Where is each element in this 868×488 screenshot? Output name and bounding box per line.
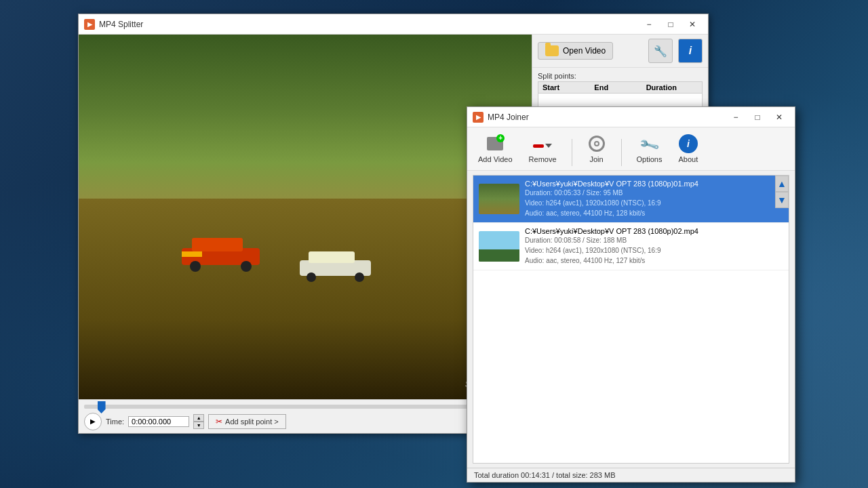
svg-rect-6 <box>309 251 355 263</box>
timeline-track[interactable] <box>84 405 526 409</box>
svg-rect-1 <box>192 238 243 251</box>
file-info-1: C:¥Users¥yuki¥Desktop¥V OPT 283 (1080p)0… <box>525 180 783 218</box>
file-thumbnail-1 <box>479 184 519 214</box>
file-audio-1: Audio: aac, stereo, 44100 Hz, 128 kbit/s <box>525 208 783 218</box>
play-icon: ▶ <box>90 418 96 425</box>
car-red <box>178 231 267 272</box>
file-item-2[interactable]: C:¥Users¥yuki¥Desktop¥V OPT 283 (1080p)0… <box>473 223 789 270</box>
splitter-title: MP4 Splitter <box>99 20 639 29</box>
arrow-down-icon: ▼ <box>777 195 787 205</box>
svg-point-2 <box>190 261 201 272</box>
joiner-window: ▶ MP4 Joiner − □ ✕ + Add Video Remove <box>467 106 795 483</box>
video-player-area: SUNPROS <box>79 35 532 399</box>
thumb-people-2 <box>479 231 519 262</box>
svg-rect-4 <box>182 251 202 257</box>
col-start: Start <box>542 83 594 92</box>
split-points-label: Split points: <box>538 70 703 81</box>
file-path-2: C:¥Users¥yuki¥Desktop¥V OPT 283 (1080p)0… <box>525 227 783 235</box>
plus-badge-icon: + <box>496 134 505 142</box>
file-video-1: Video: h264 (avc1), 1920x1080 (NTSC), 16… <box>525 198 783 208</box>
options-button[interactable]: 🔧 Options <box>633 134 667 166</box>
col-end: End <box>594 83 646 92</box>
add-video-button[interactable]: + Add Video <box>474 131 517 166</box>
join-button[interactable]: Join <box>583 131 610 166</box>
remove-bar <box>533 144 544 148</box>
col-duration: Duration <box>646 83 698 92</box>
wrench-options-icon: 🔧 <box>638 134 661 156</box>
video-road <box>79 199 532 399</box>
joiner-toolbar: + Add Video Remove Join � <box>467 127 795 171</box>
file-info-2: C:¥Users¥yuki¥Desktop¥V OPT 283 (1080p)0… <box>525 227 783 266</box>
about-icon: i <box>679 134 698 153</box>
time-spin-down[interactable]: ▼ <box>193 422 204 429</box>
scissors-icon: ✂ <box>216 417 222 426</box>
file-list: C:¥Users¥yuki¥Desktop¥V OPT 283 (1080p)0… <box>473 175 789 464</box>
joiner-window-controls: − □ ✕ <box>726 110 789 124</box>
play-button[interactable]: ▶ <box>84 413 102 430</box>
splitter-titlebar: ▶ MP4 Splitter − □ ✕ <box>79 14 708 35</box>
video-scene: SUNPROS <box>79 35 532 399</box>
time-spin-up[interactable]: ▲ <box>193 414 204 422</box>
splitter-maximize-button[interactable]: □ <box>660 18 681 31</box>
options-icon: 🔧 <box>640 137 659 153</box>
wrench-icon: 🔧 <box>654 45 667 58</box>
time-input[interactable] <box>128 416 189 427</box>
joiner-title: MP4 Joiner <box>488 113 726 122</box>
time-label: Time: <box>106 418 124 426</box>
car-white <box>296 245 378 283</box>
file-video-2: Video: h264 (avc1), 1920x1080 (NTSC), 16… <box>525 245 783 256</box>
timeline-area: ▶ Time: ▲ ▼ ✂ Add split point > <box>79 399 532 433</box>
add-split-point-button[interactable]: ✂ Add split point > <box>208 414 286 429</box>
arrow-up-icon: ▲ <box>777 178 787 189</box>
splitter-close-button[interactable]: ✕ <box>682 18 703 31</box>
joiner-close-button[interactable]: ✕ <box>769 110 789 124</box>
about-button-splitter[interactable]: i <box>678 39 703 63</box>
svg-point-3 <box>241 261 252 272</box>
join-icon <box>587 134 606 153</box>
svg-point-8 <box>355 272 364 282</box>
gear-icon <box>589 136 605 152</box>
joiner-app-icon: ▶ <box>473 112 484 123</box>
file-path-1: C:¥Users¥yuki¥Desktop¥V OPT 283 (1080p)0… <box>525 180 783 188</box>
remove-icon <box>533 138 552 153</box>
file-duration-2: Duration: 00:08:58 / Size: 188 MB <box>525 235 783 245</box>
info-icon-splitter: i <box>689 45 692 57</box>
total-duration-label: Total duration 00:14:31 / total size: 28… <box>474 471 616 479</box>
svg-point-7 <box>307 272 316 282</box>
splitter-app-icon: ▶ <box>84 19 95 30</box>
joiner-status-bar: Total duration 00:14:31 / total size: 28… <box>467 468 795 482</box>
file-item-1[interactable]: C:¥Users¥yuki¥Desktop¥V OPT 283 (1080p)0… <box>473 176 789 223</box>
toolbar-separator-1 <box>572 139 572 166</box>
time-spinners[interactable]: ▲ ▼ <box>193 414 204 429</box>
remove-button[interactable]: Remove <box>525 136 561 166</box>
file-thumbnail-2 <box>479 231 519 262</box>
wrench-button[interactable]: 🔧 <box>648 39 673 63</box>
splitter-window-controls: − □ ✕ <box>639 18 703 31</box>
move-up-button[interactable]: ▲ <box>775 176 789 192</box>
toolbar-separator-2 <box>621 139 622 166</box>
thumb-cars-1 <box>479 184 519 214</box>
remove-dropdown-arrow <box>545 144 552 148</box>
joiner-minimize-button[interactable]: − <box>726 110 746 124</box>
joiner-maximize-button[interactable]: □ <box>747 110 768 124</box>
video-sky <box>79 35 532 217</box>
file-audio-2: Audio: aac, stereo, 44100 Hz, 127 kbit/s <box>525 256 783 266</box>
about-button[interactable]: i About <box>674 131 702 166</box>
joiner-titlebar: ▶ MP4 Joiner − □ ✕ <box>467 107 795 127</box>
list-arrows: ▲ ▼ <box>775 176 789 208</box>
add-video-icon: + <box>486 134 505 153</box>
file-duration-1: Duration: 00:05:33 / Size: 95 MB <box>525 188 783 198</box>
timeline-scrubber[interactable] <box>98 401 106 413</box>
folder-icon <box>545 45 559 56</box>
open-video-button[interactable]: Open Video <box>538 42 613 60</box>
move-down-button[interactable]: ▼ <box>775 192 789 208</box>
splitter-minimize-button[interactable]: − <box>639 18 659 31</box>
split-table-header: Start End Duration <box>538 82 702 94</box>
